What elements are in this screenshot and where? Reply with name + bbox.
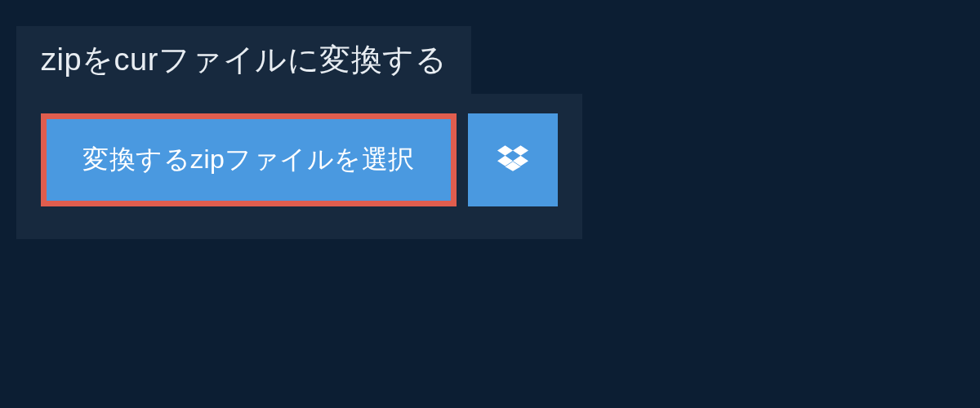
select-file-button[interactable]: 変換するzipファイルを選択 [41,113,457,206]
converter-panel: 変換するzipファイルを選択 [16,94,582,239]
button-row: 変換するzipファイルを選択 [41,113,558,206]
dropbox-icon [497,143,528,177]
heading-container: zipをcurファイルに変換する [16,26,471,94]
page-title: zipをcurファイルに変換する [41,39,447,81]
select-file-label: 変換するzipファイルを選択 [82,142,415,178]
dropbox-button[interactable] [468,113,558,206]
